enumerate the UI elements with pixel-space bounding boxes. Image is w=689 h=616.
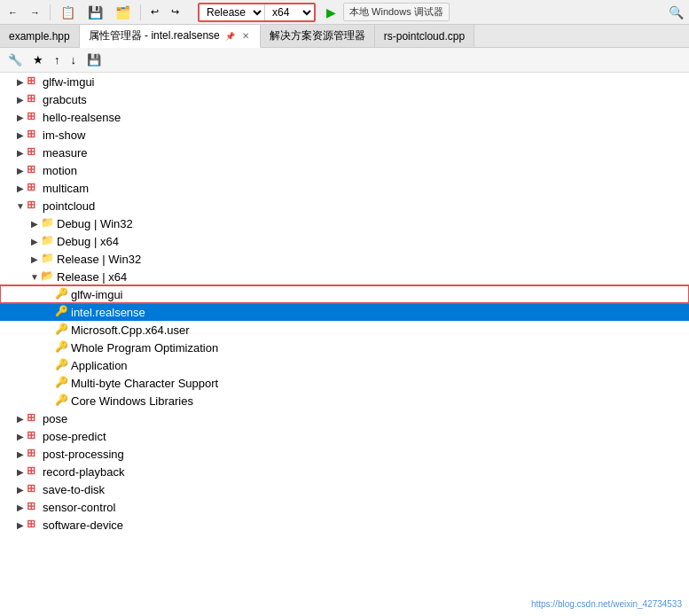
label-glfw-imgui-root: glfw-imgui [43,75,95,89]
project-icon-multicam: ⊞ [27,181,41,195]
project-icon-measure: ⊞ [27,145,41,160]
tree-item-release-x64[interactable]: ▼ 📂 Release | x64 [0,268,689,285]
project-icon-record-playback: ⊞ [27,464,41,479]
tree-item-record-playback[interactable]: ▶ ⊞ record-playback [0,463,689,480]
label-intel-realsense: intel.realsense [71,306,145,319]
tree-item-microsoft-cpp[interactable]: ▶ 🔑 Microsoft.Cpp.x64.user [0,321,689,339]
tree-item-pose-predict[interactable]: ▶ ⊞ pose-predict [0,427,689,445]
expand-im-show[interactable]: ▶ [14,130,27,140]
tab-props[interactable]: 属性管理器 - intel.realsense 📌 ✕ [80,25,261,48]
project-icon-hello: ⊞ [27,110,41,124]
propsheet-icon-whole-program: 🔑 [55,340,69,355]
tree-item-pose[interactable]: ▶ ⊞ pose [0,409,689,427]
tree-item-application[interactable]: ▶ 🔑 Application [0,356,689,374]
redo-button[interactable]: ↪ [167,4,184,20]
expand-pose-predict[interactable]: ▶ [14,432,27,441]
expand-release-win32[interactable]: ▶ [28,254,41,264]
tree-item-grabcuts[interactable]: ▶ ⊞ grabcuts [0,90,689,108]
project-icon-software-device: ⊞ [27,518,41,532]
propsheet-icon-ms-cpp: 🔑 [55,323,69,337]
tab-props-close[interactable]: ✕ [240,31,251,41]
expand-hello[interactable]: ▶ [14,113,27,122]
watermark: https://blog.csdn.net/weixin_42734533 [531,599,682,609]
props-up-btn[interactable]: ↑ [50,51,65,69]
label-multi-byte: Multi-byte Character Support [71,377,218,390]
expand-grabcuts[interactable]: ▶ [14,95,27,105]
props-save-btn[interactable]: 💾 [82,51,106,69]
tab-solution[interactable]: 解决方案资源管理器 [261,25,375,47]
label-post-processing: post-processing [43,448,124,461]
tab-example[interactable]: example.hpp [0,25,80,47]
label-application: Application [71,359,128,372]
tree-item-hello-realsense[interactable]: ▶ ⊞ hello-realsense [0,108,689,126]
tree-item-debug-x64[interactable]: ▶ 📁 Debug | x64 [0,232,689,250]
props-star-btn[interactable]: ★ [28,51,48,69]
expand-save-to-disk[interactable]: ▶ [14,485,27,495]
tree-item-debug-win32[interactable]: ▶ 📁 Debug | Win32 [0,214,689,232]
project-icon-im-show: ⊞ [27,128,41,142]
tree-item-post-processing[interactable]: ▶ ⊞ post-processing [0,445,689,463]
expand-pointcloud[interactable]: ▼ [14,201,27,211]
toolbar-icon-3[interactable]: 🗂️ [111,3,135,22]
tree-item-pointcloud[interactable]: ▼ ⊞ pointcloud [0,197,689,214]
props-down-btn[interactable]: ↓ [67,51,82,69]
label-measure: measure [43,146,88,160]
separator-2 [140,4,141,20]
arch-select[interactable]: x64 x86 ARM [265,4,314,20]
tree-item-glfw-imgui-root[interactable]: ▶ ⊞ glfw-imgui [0,73,689,90]
tree-item-release-win32[interactable]: ▶ 📁 Release | Win32 [0,250,689,268]
tree-item-motion[interactable]: ▶ ⊞ motion [0,161,689,179]
expand-release-x64[interactable]: ▼ [28,272,41,282]
tree-item-save-to-disk[interactable]: ▶ ⊞ save-to-disk [0,480,689,498]
expand-record-playback[interactable]: ▶ [14,467,27,477]
undo-button[interactable]: ↩ [146,4,163,20]
forward-button[interactable]: → [26,4,44,20]
expand-sensor-control[interactable]: ▶ [14,503,27,512]
run-button[interactable]: ▶ [323,4,340,21]
folder-icon-debug-win32: 📁 [41,216,55,230]
project-icon-sensor-control: ⊞ [27,500,41,514]
folder-icon-release-x64: 📂 [41,269,55,284]
expand-pose[interactable]: ▶ [14,414,27,424]
tree-item-multicam[interactable]: ▶ ⊞ multicam [0,179,689,197]
project-icon-glfw: ⊞ [27,74,41,89]
tab-bar: example.hpp 属性管理器 - intel.realsense 📌 ✕ … [0,25,689,48]
config-select[interactable]: Release Debug [200,4,264,20]
tree-item-glfw-imgui-child[interactable]: ▶ 🔑 glfw-imgui [0,285,689,303]
tree-item-im-show[interactable]: ▶ ⊞ im-show [0,126,689,144]
label-record-playback: record-playback [43,465,125,479]
tree-item-measure[interactable]: ▶ ⊞ measure [0,144,689,161]
label-debug-win32: Debug | Win32 [57,217,133,230]
label-release-win32: Release | Win32 [57,253,141,266]
expand-motion[interactable]: ▶ [14,166,27,175]
label-pointcloud: pointcloud [43,199,95,213]
tree-item-whole-program[interactable]: ▶ 🔑 Whole Program Optimization [0,339,689,356]
tree-item-intel-realsense[interactable]: ▶ 🔑 intel.realsense [0,303,689,321]
tree-item-software-device[interactable]: ▶ ⊞ software-device [0,516,689,534]
expand-post-processing[interactable]: ▶ [14,449,27,459]
props-wrench-btn[interactable]: 🔧 [4,51,27,69]
back-button[interactable]: ← [4,4,22,20]
label-core-windows: Core Windows Libraries [71,394,193,408]
tree-item-multi-byte[interactable]: ▶ 🔑 Multi-byte Character Support [0,374,689,392]
propsheet-icon-glfw-child: 🔑 [55,287,69,301]
tree-item-sensor-control[interactable]: ▶ ⊞ sensor-control [0,498,689,516]
tree-item-core-windows[interactable]: ▶ 🔑 Core Windows Libraries [0,392,689,409]
property-tree: ▶ ⊞ glfw-imgui ▶ ⊞ grabcuts ▶ ⊞ hello-re… [0,73,689,616]
toolbar-icon-2[interactable]: 💾 [83,3,107,22]
toolbar-icon-1[interactable]: 📋 [56,3,80,22]
separator-1 [50,4,51,20]
expand-multicam[interactable]: ▶ [14,183,27,193]
expand-measure[interactable]: ▶ [14,148,27,158]
expand-debug-x64[interactable]: ▶ [28,237,41,246]
expand-glfw-imgui-root[interactable]: ▶ [14,77,27,87]
label-save-to-disk: save-to-disk [43,483,105,496]
expand-debug-win32[interactable]: ▶ [28,219,41,229]
debugger-button[interactable]: 本地 Windows 调试器 [343,3,450,21]
project-icon-pose-predict: ⊞ [27,429,41,443]
expand-software-device[interactable]: ▶ [14,520,27,530]
propsheet-icon-intel: 🔑 [55,305,69,319]
search-button[interactable]: 🔍 [667,4,685,21]
label-grabcuts: grabcuts [43,93,87,106]
tab-rs-pointcloud[interactable]: rs-pointcloud.cpp [375,25,474,47]
